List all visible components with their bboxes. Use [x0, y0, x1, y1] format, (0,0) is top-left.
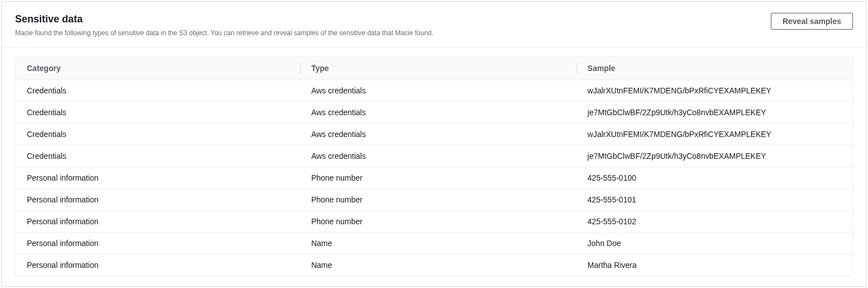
cell-type: Phone number — [300, 167, 576, 189]
cell-category: Credentials — [16, 80, 301, 102]
cell-category: Personal information — [16, 167, 301, 189]
sensitive-data-table: Category Type Sample CredentialsAws cred… — [15, 56, 853, 276]
cell-sample: wJalrXUtnFEMI/K7MDENG/bPxRfiCYEXAMPLEKEY — [576, 80, 853, 102]
table-row: CredentialsAws credentialswJalrXUtnFEMI/… — [16, 80, 853, 102]
cell-category: Credentials — [16, 102, 301, 124]
sensitive-data-panel: Sensitive data Macie found the following… — [1, 1, 867, 287]
panel-header: Sensitive data Macie found the following… — [15, 13, 853, 38]
cell-sample: John Doe — [576, 233, 853, 254]
cell-sample: je7MtGbClwBF/2Zp9Utk/h3yCo8nvbEXAMPLEKEY — [576, 102, 853, 124]
cell-category: Personal information — [16, 189, 301, 211]
cell-type: Aws credentials — [300, 124, 576, 145]
table-row: Personal informationNameJohn Doe — [16, 233, 853, 254]
cell-sample: 425-555-0102 — [576, 211, 853, 233]
cell-type: Aws credentials — [300, 102, 576, 124]
column-header-category[interactable]: Category — [16, 57, 301, 80]
panel-title: Sensitive data — [15, 13, 762, 26]
cell-type: Name — [300, 254, 576, 276]
cell-category: Personal information — [16, 211, 301, 233]
cell-sample: Martha Rivera — [576, 254, 853, 276]
cell-sample: wJalrXUtnFEMI/K7MDENG/bPxRfiCYEXAMPLEKEY — [576, 124, 853, 145]
cell-type: Aws credentials — [300, 145, 576, 167]
table-row: CredentialsAws credentialsje7MtGbClwBF/2… — [16, 102, 853, 124]
cell-category: Credentials — [16, 145, 301, 167]
table-row: Personal informationPhone number425-555-… — [16, 211, 853, 233]
cell-category: Personal information — [16, 233, 301, 254]
cell-sample: je7MtGbClwBF/2Zp9Utk/h3yCo8nvbEXAMPLEKEY — [576, 145, 853, 167]
cell-category: Personal information — [16, 254, 301, 276]
cell-type: Aws credentials — [300, 80, 576, 102]
cell-category: Credentials — [16, 124, 301, 145]
cell-type: Phone number — [300, 189, 576, 211]
table-row: Personal informationNameMartha Rivera — [16, 254, 853, 276]
table-row: CredentialsAws credentialsje7MtGbClwBF/2… — [16, 145, 853, 167]
table-row: Personal informationPhone number425-555-… — [16, 189, 853, 211]
cell-type: Phone number — [300, 211, 576, 233]
table-row: CredentialsAws credentialswJalrXUtnFEMI/… — [16, 124, 853, 145]
cell-sample: 425-555-0100 — [576, 167, 853, 189]
panel-description: Macie found the following types of sensi… — [15, 28, 762, 38]
cell-sample: 425-555-0101 — [576, 189, 853, 211]
table-header-row: Category Type Sample — [16, 57, 853, 80]
column-header-type[interactable]: Type — [300, 57, 576, 80]
cell-type: Name — [300, 233, 576, 254]
table-row: Personal informationPhone number425-555-… — [16, 167, 853, 189]
reveal-samples-button[interactable]: Reveal samples — [771, 13, 853, 30]
column-header-sample[interactable]: Sample — [576, 57, 853, 80]
